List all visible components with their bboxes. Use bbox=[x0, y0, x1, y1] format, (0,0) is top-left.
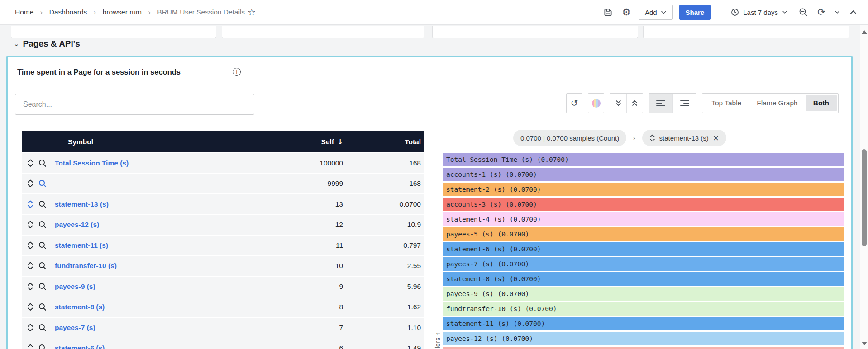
symbol-link[interactable]: statement-8 (s) bbox=[55, 303, 277, 311]
breadcrumb-item[interactable]: Dashboards bbox=[49, 8, 87, 16]
panel-info-icon[interactable]: i bbox=[233, 68, 241, 76]
partial-panel bbox=[222, 26, 424, 38]
symbol-link[interactable]: payees-9 (s) bbox=[55, 283, 277, 291]
column-header-self[interactable]: Self ↓ bbox=[277, 138, 343, 146]
search-symbol-icon[interactable] bbox=[38, 324, 47, 332]
symbol-link[interactable]: statement-13 (s) bbox=[55, 200, 277, 208]
flame-bar[interactable]: payees-9 (s) (0.0700) bbox=[443, 287, 844, 301]
align-text-right-button[interactable] bbox=[672, 94, 696, 113]
page-scrollbar[interactable] bbox=[860, 25, 868, 349]
search-symbol-icon[interactable] bbox=[38, 262, 47, 270]
symbol-link[interactable]: fundtransfer-10 (s) bbox=[55, 262, 277, 270]
symbol-link[interactable]: payees-7 (s) bbox=[55, 324, 277, 332]
sandwich-toggle-icon[interactable] bbox=[27, 262, 33, 270]
symbol-search-input[interactable] bbox=[15, 94, 254, 115]
save-dashboard-button[interactable] bbox=[602, 6, 614, 18]
sandwich-toggle-icon[interactable] bbox=[27, 303, 33, 311]
table-row[interactable]: statement-6 (s) 6 1.49 bbox=[22, 338, 424, 349]
sandwich-toggle-icon[interactable] bbox=[27, 200, 33, 208]
flame-bar[interactable]: statement-6 (s) (0.0700) bbox=[443, 242, 844, 256]
flame-bar[interactable]: statement-11 (s) (0.0700) bbox=[443, 317, 844, 330]
sandwich-toggle-icon[interactable] bbox=[27, 159, 33, 167]
refresh-dashboard-icon[interactable]: ⟳ bbox=[816, 6, 827, 18]
dashboard-settings-gear-icon[interactable]: ⚙ bbox=[620, 6, 632, 18]
search-symbol-icon[interactable] bbox=[38, 200, 47, 208]
flame-bar[interactable]: accounts-1 (s) (0.0700) bbox=[443, 168, 844, 181]
flame-bar[interactable]: statement-2 (s) (0.0700) bbox=[443, 183, 844, 196]
sandwich-toggle-icon[interactable] bbox=[27, 221, 33, 229]
flame-bar[interactable]: fundtransfer-10 (s) (0.0700) bbox=[443, 302, 844, 316]
scroll-up-arrow-icon[interactable] bbox=[862, 30, 867, 34]
table-row[interactable]: 9999 168 bbox=[22, 174, 424, 193]
scroll-down-arrow-icon[interactable] bbox=[862, 342, 867, 345]
table-row[interactable]: Total Session Time (s) 100000 168 bbox=[22, 153, 424, 173]
time-range-picker[interactable]: Last 7 days bbox=[727, 5, 791, 20]
symbol-link[interactable]: statement-11 (s) bbox=[55, 241, 277, 250]
self-value: 8 bbox=[277, 303, 343, 311]
search-symbol-icon[interactable] bbox=[38, 283, 47, 291]
align-text-left-button[interactable] bbox=[649, 94, 672, 113]
flame-bar[interactable]: payees-7 (s) (0.0700) bbox=[443, 257, 844, 271]
color-scheme-button[interactable] bbox=[588, 93, 604, 113]
sandwich-toggle-icon[interactable] bbox=[27, 283, 33, 291]
table-row[interactable]: fundtransfer-10 (s) 10 2.55 bbox=[22, 256, 424, 276]
symbol-link[interactable]: Total Session Time (s) bbox=[55, 159, 277, 167]
share-button[interactable]: Share bbox=[679, 5, 711, 20]
collapse-topbar-button[interactable] bbox=[847, 6, 859, 18]
search-symbol-icon[interactable] bbox=[38, 303, 47, 311]
total-value: 1.10 bbox=[343, 324, 424, 332]
column-header-symbol[interactable]: Symbol bbox=[22, 138, 277, 146]
column-header-total[interactable]: Total bbox=[343, 138, 424, 146]
total-value: 168 bbox=[343, 179, 424, 188]
section-row-pages-apis[interactable]: ⌄ Pages & API's bbox=[14, 39, 80, 49]
symbol-link[interactable]: payees-12 (s) bbox=[55, 221, 277, 229]
table-row[interactable]: payees-12 (s) 12 10.9 bbox=[22, 215, 424, 235]
search-symbol-icon[interactable] bbox=[38, 179, 47, 188]
flame-bar[interactable]: accounts-3 (s) (0.0700) bbox=[443, 198, 844, 211]
refresh-interval-dropdown[interactable] bbox=[834, 6, 841, 18]
search-symbol-icon[interactable] bbox=[38, 344, 47, 349]
favorite-star-icon[interactable]: ☆ bbox=[248, 7, 256, 18]
table-row[interactable]: statement-11 (s) 11 0.797 bbox=[22, 236, 424, 255]
collapse-all-button[interactable] bbox=[610, 94, 626, 113]
sandwich-toggle-icon[interactable] bbox=[27, 241, 33, 250]
breadcrumb-item[interactable]: BRUM User Session Details bbox=[157, 8, 245, 16]
table-row[interactable]: statement-13 (s) 13 0.0700 bbox=[22, 194, 424, 214]
flame-bar[interactable]: payees-12 (s) (0.0700) bbox=[443, 332, 844, 345]
symbol-link[interactable]: statement-6 (s) bbox=[55, 344, 277, 349]
flame-bar[interactable]: payees-5 (s) (0.0700) bbox=[443, 227, 844, 241]
flame-bar[interactable]: statement-8 (s) (0.0700) bbox=[443, 272, 844, 286]
breadcrumb-item[interactable]: Home bbox=[15, 8, 33, 16]
zoom-out-time-button[interactable] bbox=[797, 6, 809, 18]
flame-bar[interactable]: Total Session Time (s) (0.0700) bbox=[443, 153, 844, 166]
sandwich-pill[interactable]: statement-13 (s) × bbox=[642, 130, 726, 146]
partial-panel bbox=[432, 26, 638, 38]
reset-focus-history-button[interactable]: ↺ bbox=[566, 93, 582, 113]
expand-all-button[interactable] bbox=[626, 94, 643, 113]
table-row[interactable]: payees-9 (s) 9 5.96 bbox=[22, 277, 424, 297]
flame-bar[interactable] bbox=[443, 347, 844, 349]
sandwich-toggle-icon[interactable] bbox=[27, 344, 33, 349]
samples-pill[interactable]: 0.0700 | 0.0700 samples (Count) bbox=[513, 130, 626, 146]
search-symbol-icon[interactable] bbox=[38, 159, 47, 167]
add-button-label: Add bbox=[645, 9, 657, 16]
search-symbol-icon[interactable] bbox=[38, 241, 47, 250]
sandwich-toggle-icon[interactable] bbox=[27, 324, 33, 332]
add-button[interactable]: Add bbox=[639, 5, 673, 20]
breadcrumb-item[interactable]: browser rum bbox=[103, 8, 142, 16]
close-icon[interactable]: × bbox=[713, 133, 719, 142]
sandwich-toggle-icon[interactable] bbox=[27, 179, 33, 188]
share-button-label: Share bbox=[686, 9, 705, 16]
view-mode-flame-graph[interactable]: Flame Graph bbox=[749, 95, 805, 111]
view-mode-both[interactable]: Both bbox=[806, 95, 837, 111]
view-mode-top-table[interactable]: Top Table bbox=[704, 95, 749, 111]
top-table: Symbol Self ↓ Total Total Session Time (… bbox=[22, 131, 424, 349]
panel-title[interactable]: Time spent in a Page for a session in se… bbox=[17, 68, 181, 76]
table-row[interactable]: statement-8 (s) 8 1.62 bbox=[22, 297, 424, 317]
search-symbol-icon[interactable] bbox=[38, 221, 47, 229]
view-mode-group: Top Table Flame Graph Both bbox=[702, 93, 839, 113]
table-row[interactable]: payees-7 (s) 7 1.10 bbox=[22, 318, 424, 338]
partial-panel bbox=[643, 26, 849, 38]
scrollbar-thumb[interactable] bbox=[862, 149, 867, 246]
flame-bar[interactable]: statement-4 (s) (0.0700) bbox=[443, 212, 844, 226]
